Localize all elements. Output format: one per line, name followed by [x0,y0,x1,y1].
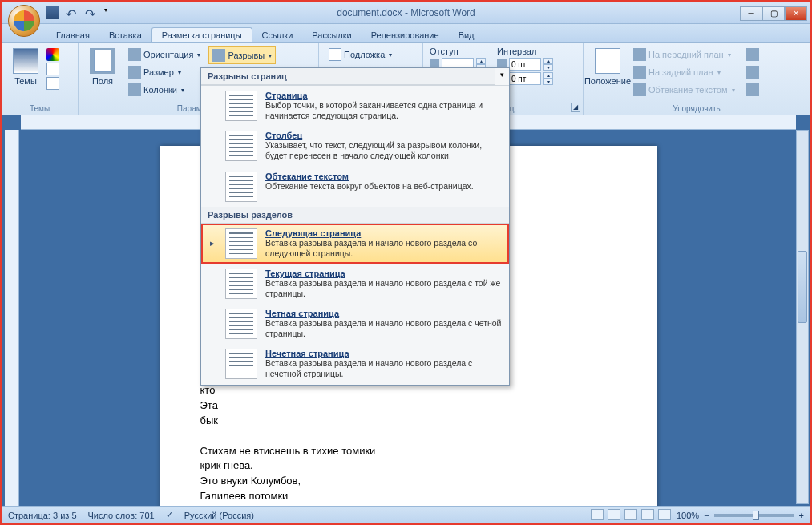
menu-item-обтекание-текстом[interactable]: Обтекание текстомОбтекание текста вокруг… [201,167,509,207]
close-button[interactable]: ✕ [785,6,807,21]
menu-header-section-breaks: Разрывы разделов [201,207,509,224]
menu-arrow-icon: ▸ [208,228,217,259]
rotate-button [743,82,762,98]
title-bar: ▾ document.docx - Microsoft Word ─ ▢ ✕ [2,2,810,24]
document-line: крик гнева. [200,458,617,474]
scrollbar-vertical[interactable] [796,130,809,504]
break-type-icon [225,269,257,299]
zoom-level[interactable]: 100% [677,511,699,520]
zoom-slider-thumb[interactable] [753,511,759,520]
document-line: Галилеев потомки [200,489,617,504]
menu-dropdown-icon[interactable]: ▾ [495,68,509,85]
spin-up[interactable]: ▴ [476,58,486,64]
menu-item-desc: Обтекание текста вокруг объектов на веб-… [265,181,503,192]
view-full-screen[interactable] [608,509,620,520]
document-line: бык [200,414,617,429]
status-words[interactable]: Число слов: 701 [88,511,155,520]
status-page[interactable]: Страница: 3 из 5 [8,511,77,520]
window-title: document.docx - Microsoft Word [337,7,475,18]
redo-icon[interactable] [85,6,98,19]
status-language[interactable]: Русский (Россия) [184,511,254,520]
menu-item-текущая-страница[interactable]: Текущая страницаВставка разрыва раздела … [201,264,509,304]
space-after-input[interactable] [509,72,541,85]
menu-item-четная-страница[interactable]: Четная страницаВставка разрыва раздела и… [201,304,509,344]
group-themes: Темы Темы [2,43,79,115]
spacing-label: Интервал [497,46,553,56]
group-arrange-label: Упорядочить [584,104,810,113]
send-back-button: На задний план [630,64,738,80]
orientation-button[interactable]: Ориентация [125,46,204,63]
size-button[interactable]: Размер [125,64,204,80]
bring-front-button: На передний план [630,46,738,63]
minimize-button[interactable]: ─ [740,6,762,21]
break-type-icon [225,349,257,379]
tab-home[interactable]: Главная [46,28,99,42]
qat-dropdown-icon[interactable]: ▾ [104,6,117,19]
columns-button[interactable]: Колонки [125,82,204,98]
view-draft[interactable] [658,509,671,520]
menu-item-следующая-страница[interactable]: ▸Следующая страницаВставка разрыва разде… [201,224,509,264]
zoom-slider[interactable] [714,514,794,517]
indent-label: Отступ [430,46,486,56]
break-type-icon [225,172,257,202]
menu-item-title: Текущая страница [265,269,503,278]
theme-fonts-icon[interactable] [46,63,59,75]
menu-item-столбец[interactable]: СтолбецУказывает, что текст, следующий з… [201,126,509,166]
breaks-button[interactable]: Разрывы [208,46,276,64]
breaks-dropdown-menu: Разрывы страниц ▾ СтраницаВыбор точки, в… [200,67,510,386]
proofing-icon[interactable]: ✓ [166,510,173,520]
menu-item-нечетная-страница[interactable]: Нечетная страницаВставка разрыва раздела… [201,344,509,384]
paragraph-launcher[interactable]: ◢ [571,103,580,112]
document-line: Это внуки Колумбов, [200,474,617,489]
menu-item-title: Нечетная страница [265,349,503,358]
tab-review[interactable]: Рецензирование [362,28,449,42]
position-button[interactable]: Положение [590,46,625,99]
tab-mailings[interactable]: Рассылки [302,28,361,42]
menu-item-title: Четная страница [265,309,503,318]
theme-effects-icon[interactable] [46,77,59,90]
tab-page-layout[interactable]: Разметка страницы [151,27,252,42]
zoom-out-button[interactable]: − [704,511,709,520]
menu-item-desc: Вставка разрыва раздела и начало нового … [265,318,503,339]
save-icon[interactable] [46,6,59,19]
office-button[interactable] [8,5,40,37]
view-print-layout[interactable] [591,509,604,520]
group-arrange: Положение На передний план На задний пла… [584,43,810,115]
menu-item-title: Обтекание текстом [265,172,503,181]
menu-item-title: Страница [265,91,503,100]
themes-button[interactable]: Темы [8,46,43,99]
menu-item-desc: Вставка разрыва раздела и начало нового … [265,358,503,379]
space-before-input[interactable] [509,58,541,71]
break-type-icon [225,228,257,259]
menu-header-page-breaks: Разрывы страниц [201,68,495,85]
menu-item-title: Столбец [265,131,503,140]
scrollbar-thumb[interactable] [798,251,807,323]
theme-colors-icon[interactable] [46,48,59,61]
quick-access-toolbar: ▾ [46,6,117,19]
view-outline[interactable] [641,509,654,520]
ribbon-tabs: Главная Вставка Разметка страницы Ссылки… [2,24,810,43]
break-type-icon [225,309,257,339]
zoom-in-button[interactable]: + [799,511,804,520]
themes-label: Темы [14,76,37,86]
status-bar: Страница: 3 из 5 Число слов: 701 ✓ Русск… [2,506,810,523]
ruler-vertical[interactable] [5,130,19,506]
break-type-icon [225,131,257,161]
undo-icon[interactable] [66,6,79,19]
margins-label: Поля [92,76,113,86]
menu-item-title: Следующая страница [265,228,503,238]
menu-item-desc: Вставка разрыва раздела и начало нового … [265,238,503,259]
tab-references[interactable]: Ссылки [252,28,303,42]
margins-button[interactable]: Поля [85,46,120,99]
menu-item-страница[interactable]: СтраницаВыбор точки, в которой заканчива… [201,86,509,126]
view-buttons [590,509,672,522]
document-line: Эта [200,398,617,414]
document-line: Стихам не втиснешь в тихие томики [200,444,617,459]
maximize-button[interactable]: ▢ [762,6,785,21]
text-wrap-button: Обтекание текстом [630,82,738,98]
watermark-button[interactable]: Подложка [325,46,416,63]
align-button [743,46,762,63]
tab-view[interactable]: Вид [449,28,484,42]
tab-insert[interactable]: Вставка [99,28,151,42]
view-web[interactable] [624,509,637,520]
